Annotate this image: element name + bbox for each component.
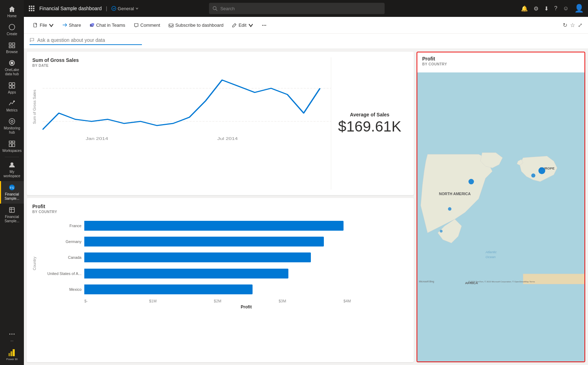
sidebar-item-apps[interactable]: Apps [0, 79, 24, 97]
comment-label: Comment [141, 23, 160, 28]
table-row: United States of A... [39, 269, 408, 278]
svg-point-23 [12, 334, 13, 335]
svg-point-62 [448, 207, 451, 211]
sidebar-label-monitoring: Monitoring hub [4, 126, 20, 135]
bar-track-france [84, 221, 408, 231]
workspace-badge[interactable]: General [111, 6, 139, 11]
bar-track-mexico [84, 284, 408, 294]
search-input[interactable] [220, 6, 381, 11]
svg-rect-25 [13, 349, 15, 356]
subscribe-button[interactable]: Subscribe to dashboard [165, 20, 227, 30]
file-icon [33, 23, 38, 28]
sidebar-label-browse: Browse [6, 50, 18, 54]
svg-text:Microsoft Bing: Microsoft Bing [419, 280, 434, 283]
svg-point-61 [469, 179, 474, 185]
sidebar-item-create[interactable]: Create [0, 21, 24, 39]
svg-text:Atlantic: Atlantic [485, 250, 497, 254]
y-axis-label: Sum of Gross Sales [32, 90, 43, 124]
gross-sales-card: Sum of Gross Sales BY DATE Sum of Gross … [27, 52, 414, 195]
sidebar-item-financial-sample[interactable]: FS Financial Sample... [0, 181, 24, 204]
sidebar: Home Create Browse OneLake data hub Apps… [0, 0, 24, 365]
qa-input[interactable] [30, 37, 142, 45]
svg-line-39 [216, 9, 217, 11]
bar-label-usa: United States of A... [39, 271, 81, 276]
avg-sales-title: Average of Sales [350, 112, 389, 117]
sidebar-item-onelake[interactable]: OneLake data hub [0, 57, 24, 79]
search-icon [213, 6, 217, 11]
bar-track-canada [84, 252, 408, 262]
workspace-label: General [118, 6, 134, 11]
svg-rect-13 [12, 141, 15, 143]
svg-point-9 [14, 101, 15, 102]
avg-sales-value: $169.61K [338, 118, 401, 135]
svg-rect-4 [12, 46, 15, 48]
sidebar-item-monitoring[interactable]: Monitoring hub [0, 115, 24, 137]
edit-icon [232, 23, 237, 28]
account-icon[interactable]: 👤 [574, 4, 584, 13]
svg-rect-5 [9, 83, 12, 85]
svg-point-37 [112, 6, 116, 11]
sidebar-item-myworkspace[interactable]: My workspace [0, 159, 24, 181]
x-tick-3: $3M [279, 299, 343, 303]
sidebar-item-more[interactable]: ··· [6, 328, 18, 346]
powerbi-logo: Power BI [6, 346, 18, 362]
search-bar[interactable] [209, 3, 385, 14]
sidebar-more-label: ··· [11, 339, 13, 343]
file-button[interactable]: File [30, 20, 57, 30]
sidebar-item-workspaces[interactable]: Workspaces [0, 137, 24, 155]
svg-point-63 [440, 230, 443, 232]
map-title: Profit [422, 56, 580, 62]
qa-bar [24, 34, 588, 49]
sidebar-item-financial-sample2[interactable]: Financial Sample... [0, 204, 24, 226]
subscribe-label: Subscribe to dashboard [175, 23, 223, 28]
x-axis-title: Profit [84, 305, 408, 309]
download-icon[interactable]: ⬇ [544, 5, 549, 12]
comment-icon [134, 23, 139, 28]
grid-icon[interactable] [28, 5, 35, 12]
x-tick-2: $2M [214, 299, 279, 303]
bar-label-germany: Germany [39, 239, 81, 244]
svg-rect-28 [29, 6, 30, 7]
bar-fill-canada [84, 252, 311, 262]
notification-icon[interactable]: 🔔 [521, 5, 528, 12]
bar-label-mexico: Mexico [39, 287, 81, 292]
edit-button[interactable]: Edit [228, 20, 256, 30]
more-options-button[interactable] [258, 21, 270, 30]
qa-field[interactable] [37, 37, 142, 43]
bar-fill-mexico [84, 284, 253, 294]
share-button[interactable]: Share [59, 20, 85, 30]
svg-point-24 [14, 334, 15, 335]
svg-rect-40 [34, 23, 37, 27]
svg-rect-14 [9, 144, 12, 147]
sidebar-label-financial: Financial Sample... [5, 192, 19, 201]
sidebar-label-create: Create [7, 32, 17, 36]
chat-teams-button[interactable]: T Chat in Teams [86, 20, 129, 30]
favorite-icon[interactable]: ☆ [570, 22, 575, 28]
svg-rect-8 [12, 86, 15, 88]
avg-sales-area: Average of Sales $169.61K [331, 57, 408, 190]
settings-icon[interactable]: ⚙ [534, 5, 538, 12]
share-icon [62, 23, 67, 28]
file-label: File [40, 23, 47, 28]
fullscreen-icon[interactable]: ⤢ [578, 22, 582, 28]
help-icon[interactable]: ? [554, 5, 557, 12]
sidebar-item-browse[interactable]: Browse [0, 39, 24, 57]
refresh-icon[interactable]: ↻ [563, 22, 567, 28]
svg-rect-2 [12, 43, 15, 45]
bar-fill-usa [84, 269, 288, 278]
svg-rect-31 [29, 8, 30, 9]
share-label: Share [69, 23, 81, 28]
bar-label-france: France [39, 224, 81, 228]
x-tick-4: $4M [344, 299, 408, 303]
bar-chart-title: Profit [32, 204, 408, 209]
x-tick-0: $- [84, 299, 149, 303]
sidebar-item-metrics[interactable]: Metrics [0, 97, 24, 115]
sidebar-label-workspaces: Workspaces [2, 149, 22, 153]
comment-button[interactable]: Comment [130, 20, 164, 30]
svg-rect-19 [9, 207, 14, 212]
map-content: NORTH AMERICA EUROPE AFRICA Atlantic Oce… [417, 72, 584, 362]
sidebar-item-home[interactable]: Home [0, 3, 24, 21]
map-subtitle: BY COUNTRY [422, 62, 580, 66]
line-chart-title: Sum of Gross Sales [32, 57, 331, 63]
feedback-icon[interactable]: ☺ [563, 5, 569, 12]
